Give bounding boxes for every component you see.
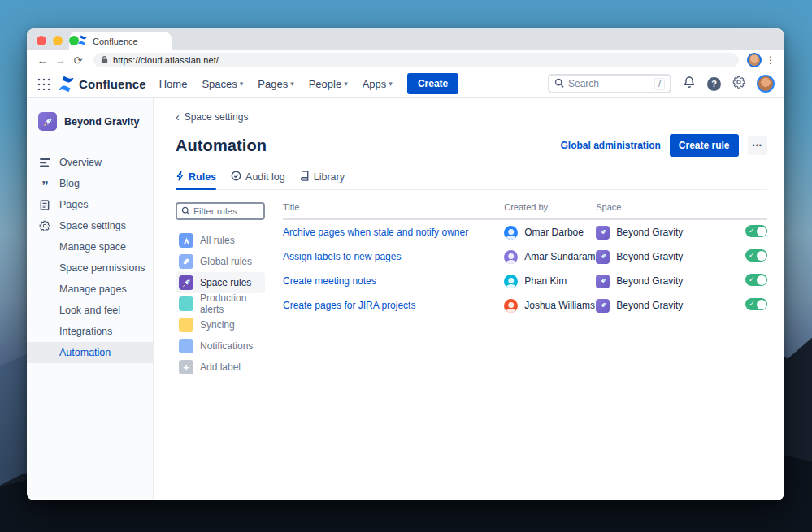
tab-rules[interactable]: Rules xyxy=(176,171,216,189)
rules-bolt-icon xyxy=(176,171,185,184)
filter-column: All rules Global rules Space rules xyxy=(176,202,265,378)
tab-library[interactable]: Library xyxy=(300,171,345,189)
sidebar-item-space-permissions[interactable]: Space permissions xyxy=(27,257,153,279)
tab-title: Confluence xyxy=(93,37,138,46)
created-by-cell: Amar Sundaram xyxy=(504,250,596,264)
nav-item-pages[interactable]: Pages▾ xyxy=(258,78,293,90)
minimize-window-button[interactable] xyxy=(53,36,63,45)
sidebar-item-manage-space[interactable]: Manage space xyxy=(27,236,153,257)
app-navigation: Confluence Home Spaces▾ Pages▾ People▾ A… xyxy=(27,70,784,98)
rocket-icon xyxy=(596,299,610,313)
atlassian-mark-icon xyxy=(179,233,193,248)
browser-tabstrip: Confluence xyxy=(27,28,784,50)
browser-tab-confluence[interactable]: Confluence xyxy=(69,32,172,50)
sidebar-item-pages[interactable]: Pages xyxy=(27,194,153,215)
browser-menu-icon[interactable]: ⋮ xyxy=(765,54,776,66)
rocket-icon xyxy=(179,275,193,290)
nav-item-people[interactable]: People▾ xyxy=(309,78,348,90)
forward-button[interactable]: → xyxy=(53,54,67,67)
category-notifications[interactable]: Notifications xyxy=(176,335,265,357)
sidebar-item-blog[interactable]: ” Blog xyxy=(27,173,153,194)
avatar xyxy=(504,299,518,313)
plus-icon: + xyxy=(179,360,193,374)
category-space-rules[interactable]: Space rules xyxy=(176,272,265,293)
rule-enabled-toggle[interactable]: ✓ xyxy=(745,274,767,286)
space-cell: Beyond Gravity xyxy=(596,250,745,264)
category-all-rules[interactable]: All rules xyxy=(176,230,265,251)
rule-enabled-toggle[interactable]: ✓ xyxy=(745,249,767,262)
category-add-label[interactable]: + Add label xyxy=(176,357,265,378)
avatar xyxy=(504,226,518,240)
space-cell: Beyond Gravity xyxy=(596,275,745,288)
rule-link[interactable]: Create pages for JIRA projects xyxy=(283,300,415,311)
category-global-rules[interactable]: Global rules xyxy=(176,251,265,272)
user-avatar[interactable] xyxy=(757,75,775,93)
close-window-button[interactable] xyxy=(37,36,46,45)
global-administration-link[interactable]: Global administration xyxy=(560,140,660,151)
confluence-logo[interactable]: Confluence xyxy=(58,76,146,93)
nav-item-spaces[interactable]: Spaces▾ xyxy=(202,78,243,90)
sidebar-item-automation[interactable]: Automation xyxy=(27,342,153,363)
settings-gear-icon[interactable] xyxy=(732,76,745,92)
nav-item-home[interactable]: Home xyxy=(159,78,188,90)
rocket-icon xyxy=(596,275,610,288)
avatar xyxy=(504,275,518,288)
space-sidebar: Beyond Gravity Overview ” Blog xyxy=(27,98,154,500)
gear-icon xyxy=(38,220,51,231)
brand-name: Confluence xyxy=(79,77,146,91)
table-row: Assign labels to new pages Amar Sundaram… xyxy=(283,244,767,269)
mini-rocket-icon xyxy=(179,254,193,269)
filter-rules-box[interactable] xyxy=(176,202,265,220)
window-controls xyxy=(37,36,79,45)
rule-link[interactable]: Assign labels to new pages xyxy=(283,251,401,262)
space-header[interactable]: Beyond Gravity xyxy=(27,112,153,131)
refresh-button[interactable]: ⟳ xyxy=(71,54,85,67)
created-by-cell: Omar Darboe xyxy=(504,226,596,240)
notifications-bell-icon[interactable] xyxy=(683,76,696,92)
search-shortcut-hint: / xyxy=(654,78,665,90)
nav-menu: Home Spaces▾ Pages▾ People▾ Apps▾ xyxy=(159,78,393,90)
rocket-icon xyxy=(596,226,610,240)
filter-rules-input[interactable] xyxy=(193,206,254,216)
global-search[interactable]: / xyxy=(548,74,671,93)
sidebar-item-manage-pages[interactable]: Manage pages xyxy=(27,279,153,300)
breadcrumb[interactable]: ‹ Space settings xyxy=(176,111,767,123)
create-button[interactable]: Create xyxy=(407,73,458,94)
chevron-down-icon: ▾ xyxy=(344,80,348,88)
automation-tabs: Rules Audit log Library xyxy=(176,171,767,190)
space-cell: Beyond Gravity xyxy=(596,226,745,240)
sidebar-item-integrations[interactable]: Integrations xyxy=(27,321,153,342)
sidebar-item-look-and-feel[interactable]: Look and feel xyxy=(27,300,153,321)
search-input[interactable] xyxy=(568,78,650,89)
space-name: Beyond Gravity xyxy=(64,116,139,128)
help-icon[interactable]: ? xyxy=(707,77,721,91)
rule-enabled-toggle[interactable]: ✓ xyxy=(745,225,767,237)
browser-window: Confluence ← → ⟳ https://cloud.atlassian… xyxy=(27,28,784,500)
more-options-button[interactable]: ••• xyxy=(748,136,767,155)
rule-link[interactable]: Create meeting notes xyxy=(283,275,376,287)
browser-profile-avatar[interactable] xyxy=(747,53,762,67)
sidebar-nav: Overview ” Blog Pages Space settings xyxy=(27,152,153,363)
label-swatch xyxy=(179,339,193,353)
column-header-space: Space xyxy=(596,202,745,219)
rule-enabled-toggle[interactable]: ✓ xyxy=(745,298,767,310)
back-button[interactable]: ← xyxy=(35,54,50,67)
zoom-window-button[interactable] xyxy=(69,36,79,45)
create-rule-button[interactable]: Create rule xyxy=(670,134,739,157)
category-syncing[interactable]: Syncing xyxy=(176,314,265,335)
tab-audit-log[interactable]: Audit log xyxy=(231,171,285,189)
library-book-icon xyxy=(300,171,310,184)
app-switcher-icon[interactable] xyxy=(37,77,50,90)
address-bar[interactable]: https://cloud.atlassian.net/ xyxy=(93,53,739,67)
main-content: ‹ Space settings Automation Global admin… xyxy=(154,98,784,500)
sidebar-item-space-settings[interactable]: Space settings xyxy=(27,215,153,236)
sidebar-item-overview[interactable]: Overview xyxy=(27,152,153,173)
rocket-icon xyxy=(596,250,610,264)
nav-item-apps[interactable]: Apps▾ xyxy=(363,78,393,90)
created-by-cell: Phan Kim xyxy=(504,275,596,288)
rule-link[interactable]: Archive pages when stale and notify owne… xyxy=(283,227,468,238)
column-header-created-by: Created by xyxy=(504,202,596,219)
page-title: Automation xyxy=(176,136,267,155)
blog-quote-icon: ” xyxy=(38,184,51,190)
category-production-alerts[interactable]: Production alerts xyxy=(176,293,265,314)
